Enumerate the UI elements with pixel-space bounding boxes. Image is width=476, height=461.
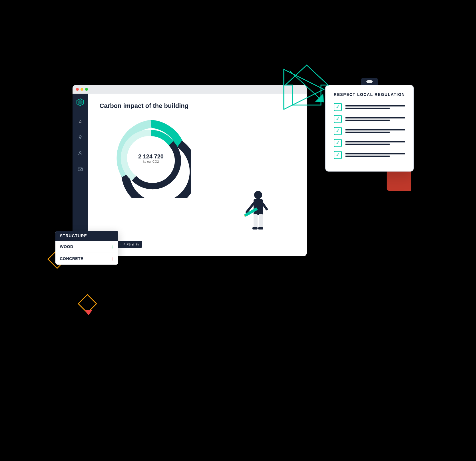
- maximize-dot: [85, 88, 88, 91]
- line-full-3: [345, 129, 405, 130]
- checklist-item-3: ✓: [334, 127, 405, 135]
- concrete-label: CONCRETE: [60, 256, 84, 261]
- checklist-item-4: ✓: [334, 139, 405, 147]
- svg-rect-14: [254, 214, 258, 228]
- mail-icon[interactable]: [76, 165, 85, 174]
- check-box-3: ✓: [334, 127, 342, 135]
- browser-titlebar: [73, 85, 307, 94]
- chart-unit: kg eq. CO2: [138, 160, 164, 163]
- structure-row-concrete: CONCRETE ↑: [55, 253, 118, 265]
- line-full-2: [345, 117, 405, 118]
- check-lines-4: [345, 141, 405, 145]
- app-logo: [76, 98, 84, 108]
- donut-chart: 2 124 720 kg eq. CO2: [111, 118, 191, 198]
- structure-row-wood: WOOD ↓: [55, 241, 118, 253]
- concrete-trend-icon: ↑: [111, 256, 114, 262]
- structure-header: STRUCTURE: [55, 231, 118, 241]
- check-box-2: ✓: [334, 115, 342, 123]
- line-full-1: [345, 105, 405, 106]
- line-short-5: [345, 156, 390, 157]
- svg-rect-15: [259, 214, 263, 228]
- wood-trend-icon: ↓: [111, 244, 114, 250]
- structure-card: STRUCTURE WOOD ↓ CONCRETE ↑: [55, 231, 118, 265]
- svg-point-3: [79, 136, 81, 138]
- chart-center: 2 124 720 kg eq. CO2: [138, 153, 164, 163]
- check-lines-3: [345, 129, 405, 133]
- user-icon[interactable]: [76, 149, 85, 158]
- close-dot: [76, 88, 79, 91]
- check-lines-5: [345, 153, 405, 157]
- home-icon[interactable]: ⌂: [76, 117, 85, 126]
- teal-arrow-svg: [275, 61, 332, 118]
- clipboard-title: RESPECT LOCAL REGULATION: [334, 92, 405, 97]
- line-full-4: [345, 141, 405, 142]
- line-short-2: [345, 120, 390, 121]
- check-lines-1: [345, 105, 405, 109]
- svg-line-11: [263, 204, 267, 209]
- svg-point-6: [79, 152, 81, 153]
- checklist-item-1: ✓: [334, 103, 405, 111]
- wood-label: WOOD: [60, 244, 73, 249]
- red-arrow-tip: [85, 310, 93, 315]
- bulb-icon[interactable]: [76, 133, 85, 142]
- minimize-dot: [81, 88, 83, 91]
- check-box-1: ✓: [334, 103, 342, 111]
- clipboard-panel: RESPECT LOCAL REGULATION ✓ ✓ ✓: [325, 78, 414, 172]
- svg-rect-9: [254, 199, 263, 215]
- check-lines-2: [345, 117, 405, 121]
- svg-point-8: [254, 191, 262, 199]
- check-box-5: ✓: [334, 151, 342, 159]
- check-box-4: ✓: [334, 139, 342, 147]
- line-short-1: [345, 108, 390, 109]
- svg-rect-16: [252, 227, 258, 230]
- clipboard-inner: RESPECT LOCAL REGULATION ✓ ✓ ✓: [325, 85, 414, 172]
- person-figure: [244, 188, 272, 239]
- percent-display: %: [136, 243, 139, 246]
- checklist-item-5: ✓: [334, 151, 405, 159]
- line-short-3: [345, 132, 390, 133]
- checklist-item-2: ✓: [334, 115, 405, 123]
- main-content: Carbon impact of the building: [88, 94, 307, 256]
- chart-value: 2 124 720: [138, 153, 164, 160]
- page-title: Carbon impact of the building: [100, 102, 295, 110]
- value-display: -/m²Sref: [123, 243, 134, 246]
- clipboard-clip: [361, 78, 378, 85]
- svg-rect-17: [258, 227, 263, 230]
- clip-hole: [366, 80, 373, 83]
- scene: ⌂: [38, 45, 438, 416]
- minus-button[interactable]: -: [120, 243, 121, 246]
- line-full-5: [345, 153, 405, 154]
- bottom-bar: - -/m²Sref %: [117, 241, 142, 248]
- line-short-4: [345, 144, 390, 145]
- svg-marker-18: [284, 69, 324, 109]
